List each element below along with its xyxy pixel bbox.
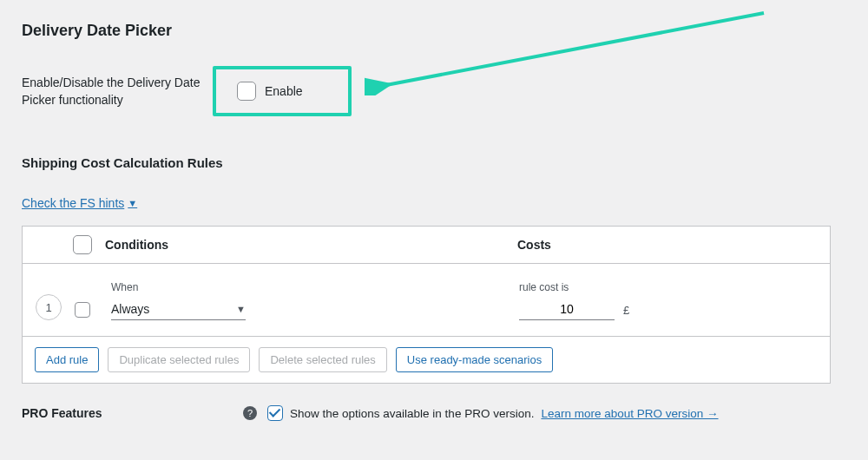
- when-label: When: [111, 281, 519, 293]
- cost-input[interactable]: [519, 299, 615, 320]
- condition-select[interactable]: Always ▼: [111, 299, 246, 320]
- add-rule-button[interactable]: Add rule: [35, 347, 99, 372]
- help-icon[interactable]: ?: [243, 406, 257, 420]
- row-checkbox[interactable]: [75, 302, 90, 318]
- select-all-checkbox[interactable]: [73, 235, 92, 254]
- pro-learn-more-link[interactable]: Learn more about PRO version →: [541, 407, 718, 420]
- rules-table: Conditions Costs 1 When Always ▼ rule co…: [22, 226, 831, 384]
- row-number-badge[interactable]: 1: [36, 294, 62, 320]
- triangle-down-icon: ▼: [128, 198, 137, 208]
- enable-label: Enable/Disable the Delivery Date Picker …: [22, 66, 213, 108]
- fs-hints-text: Check the FS hints: [22, 196, 124, 210]
- pro-text: Show the options available in the PRO ve…: [290, 407, 534, 420]
- currency-symbol: £: [623, 304, 629, 320]
- scenarios-button[interactable]: Use ready-made scenarios: [396, 347, 553, 372]
- enable-checkbox-text: Enable: [265, 84, 303, 98]
- delete-rules-button[interactable]: Delete selected rules: [259, 347, 386, 372]
- pro-checkbox[interactable]: [267, 405, 283, 421]
- shipping-rules-title: Shipping Cost Calculation Rules: [22, 155, 846, 170]
- costs-header: Costs: [517, 238, 551, 252]
- table-header: Conditions Costs: [23, 227, 830, 264]
- duplicate-rules-button[interactable]: Duplicate selected rules: [108, 347, 250, 372]
- conditions-header: Conditions: [105, 238, 517, 252]
- chevron-down-icon: ▼: [236, 304, 246, 314]
- enable-row: Enable/Disable the Delivery Date Picker …: [22, 66, 846, 116]
- delivery-picker-title: Delivery Date Picker: [22, 22, 846, 40]
- condition-value: Always: [111, 302, 149, 316]
- pro-features-row: PRO Features ? Show the options availabl…: [22, 405, 846, 421]
- cost-label: rule cost is: [519, 281, 615, 293]
- pro-features-label: PRO Features: [22, 406, 243, 420]
- table-row: 1 When Always ▼ rule cost is £: [23, 264, 830, 336]
- enable-highlight-box: Enable: [213, 66, 352, 116]
- table-footer: Add rule Duplicate selected rules Delete…: [23, 336, 830, 383]
- fs-hints-link[interactable]: Check the FS hints ▼: [22, 196, 137, 210]
- enable-checkbox[interactable]: [237, 82, 256, 101]
